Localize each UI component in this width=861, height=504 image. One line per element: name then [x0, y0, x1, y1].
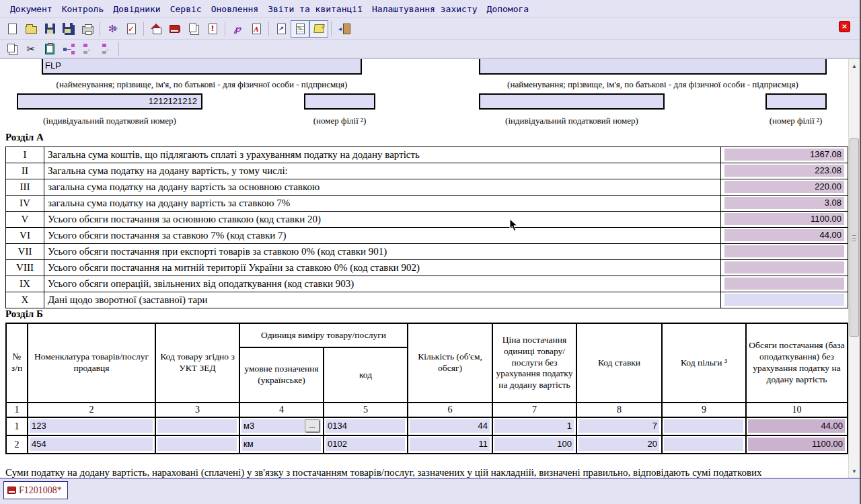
new-document-button[interactable] — [3, 20, 22, 38]
save-all-button[interactable] — [59, 20, 78, 38]
scrollbar-thumb[interactable] — [850, 138, 859, 337]
menu-update[interactable]: Оновлення — [207, 2, 263, 16]
header-col-7: Ціна постачання одиниці товару/ послуги … — [493, 324, 577, 402]
row-label: загальна сума податку на додану вартість… — [44, 196, 721, 211]
journal-icon — [296, 24, 305, 34]
seller-branch-field[interactable] — [304, 93, 375, 110]
table-row: X Дані щодо зворотної (заставної) тари — [6, 292, 848, 308]
section-b-title: Розділ Б — [5, 308, 43, 320]
toolbar-separator — [331, 22, 332, 36]
menu-reports-receipts[interactable]: Звіти та квитанції — [263, 2, 367, 16]
document-tab[interactable]: F1201008* — [3, 481, 68, 499]
journal-button[interactable] — [291, 20, 309, 38]
paste-clipboard-icon — [45, 44, 54, 54]
row-value-field — [724, 245, 844, 257]
paste-button[interactable] — [40, 40, 59, 58]
scroll-up-icon[interactable]: ▲ — [849, 60, 860, 71]
table-row: I Загальна сума коштів, що підлягають сп… — [6, 147, 848, 163]
volume-field: 1100.00 — [748, 437, 845, 451]
row-label: Усього обсяги постачання на митній терит… — [44, 260, 721, 276]
menu-security-settings[interactable]: Налаштування захисту — [367, 2, 482, 16]
quantity-field[interactable]: 11 — [410, 437, 490, 451]
table-row: IX Усього обсяги операцій, звільнених ві… — [6, 276, 848, 292]
nomenclature-field[interactable]: 454 — [30, 437, 153, 451]
menu-help[interactable]: Допомога — [482, 2, 534, 16]
copy-documents-icon — [189, 24, 196, 32]
buyer-itn-field[interactable] — [479, 93, 665, 110]
seller-itn-field[interactable]: 1212121212 — [17, 93, 202, 110]
price-field[interactable]: 100 — [494, 437, 574, 451]
close-button[interactable] — [839, 21, 850, 32]
rate-code-field[interactable]: 20 — [578, 437, 659, 451]
column-number-row: 1 2 3 4 5 6 7 8 9 10 — [7, 402, 847, 417]
document-a-icon — [252, 24, 261, 34]
seller-name-field[interactable]: FLP — [42, 59, 362, 75]
ukt-zed-field[interactable] — [157, 419, 237, 433]
document-verify-button[interactable] — [247, 20, 266, 38]
buyer-branch-field[interactable] — [765, 93, 827, 110]
book-icon — [170, 25, 180, 33]
save-button[interactable] — [40, 20, 59, 38]
table-row: VI Усього обсяги постачання за ставкою 7… — [6, 228, 848, 244]
benefit-code-field[interactable] — [664, 419, 743, 433]
home-icon — [150, 24, 162, 34]
scroll-down-icon[interactable]: ▼ — [849, 466, 860, 476]
buyer-name-caption: (найменування; прізвище, ім'я, по батько… — [479, 79, 827, 90]
unit-code-field[interactable]: 0134 — [326, 419, 405, 433]
clean-button[interactable]: ✻ — [103, 20, 122, 38]
row-label: загальна сума податку на додану вартість… — [44, 179, 721, 195]
ukt-zed-field[interactable] — [157, 437, 237, 451]
row-number: I — [6, 147, 44, 163]
exit-button[interactable] — [334, 20, 353, 38]
menu-service[interactable]: Сервіс — [165, 2, 207, 16]
structure-button[interactable] — [59, 40, 78, 58]
menu-directories[interactable]: Довідники — [108, 2, 165, 16]
signature-button[interactable]: ℘ — [228, 20, 247, 38]
open-button[interactable] — [22, 20, 40, 38]
table-row: III загальна сума податку на додану варт… — [6, 179, 848, 196]
menu-control[interactable]: Контроль — [57, 2, 109, 16]
note-icon — [313, 24, 324, 33]
reference-book-button[interactable] — [165, 20, 184, 38]
header-col-9: Код пільги ³ — [663, 324, 747, 402]
merge-left-button[interactable] — [78, 40, 97, 58]
import-note-button[interactable] — [309, 20, 328, 38]
check-document-button[interactable] — [122, 20, 141, 38]
rate-code-field[interactable]: 7 — [578, 419, 659, 433]
row-value-field — [724, 261, 844, 274]
menu-document[interactable]: Документ — [5, 2, 57, 16]
copy-documents-button[interactable] — [184, 20, 203, 38]
unit-picker-button[interactable]: ... — [305, 419, 320, 432]
merge-left-icon — [82, 44, 93, 54]
merge-right-button[interactable] — [97, 40, 116, 58]
table-row: V Усього обсяги постачання за основною с… — [6, 212, 848, 228]
price-field[interactable]: 1 — [494, 419, 574, 433]
print-button[interactable] — [78, 20, 97, 38]
document-view: FLP (найменування; прізвище, ім'я, по ба… — [0, 59, 849, 478]
copy-button[interactable] — [3, 40, 22, 58]
nomenclature-field[interactable]: 123 — [30, 419, 153, 433]
buyer-name-field[interactable] — [479, 59, 827, 75]
signature-icon: ℘ — [234, 23, 241, 34]
quantity-field[interactable]: 44 — [410, 419, 490, 433]
header-col-3: Код товару згідно з УКТ ЗЕД — [156, 324, 240, 402]
table-row: II Загальна сума податку на додану варті… — [6, 163, 848, 179]
vertical-scrollbar[interactable]: ▲ ▼ — [848, 59, 860, 478]
main-toolbar: ✻ ℘ — [0, 18, 860, 40]
menu-bar: Документ Контроль Довідники Сервіс Оновл… — [0, 0, 860, 18]
row-label: Усього обсяги постачання за основною ста… — [44, 212, 721, 227]
row-value-field[interactable] — [724, 294, 844, 306]
row-number: IX — [6, 276, 44, 292]
toolbar-separator — [100, 22, 100, 36]
document-warning-button[interactable] — [203, 20, 222, 38]
unit-code-field[interactable]: 0102 — [326, 437, 405, 451]
benefit-code-field[interactable] — [664, 437, 743, 451]
unit-name-field[interactable]: км — [241, 437, 321, 451]
home-button[interactable] — [147, 20, 165, 38]
properties-button[interactable] — [272, 20, 291, 38]
table-row: VIII Усього обсяги постачання на митній … — [6, 260, 848, 276]
row-label: Загальна сума коштів, що підлягають спла… — [44, 147, 721, 163]
row-value-field: 223.08 — [724, 165, 844, 177]
cut-button[interactable]: ✂ — [22, 40, 40, 58]
status-bar: F1201008* — [0, 478, 861, 504]
